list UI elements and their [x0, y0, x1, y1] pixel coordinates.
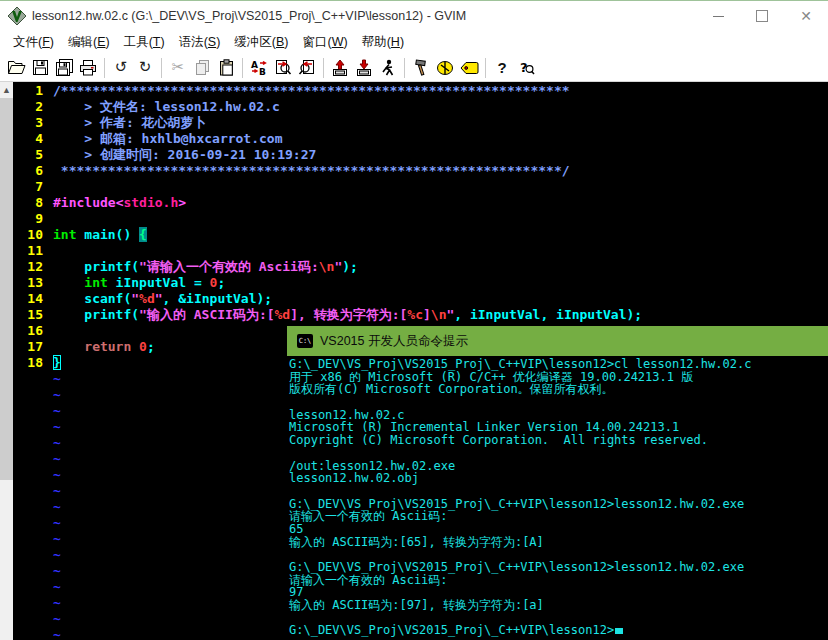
open-file-icon[interactable] [4, 57, 28, 79]
line-number: 1 [13, 83, 43, 99]
cut-icon[interactable]: ✂ [166, 57, 190, 79]
console-line: 请输入一个有效的 Ascii码: [289, 510, 828, 523]
scrollbar-thumb[interactable] [0, 98, 13, 480]
toolbar-separator [161, 58, 162, 78]
find-replace-icon[interactable]: A B [247, 57, 271, 79]
paste-icon[interactable] [214, 57, 238, 79]
gvim-window: lesson12.hw.02.c (G:\_DEV\VS_Proj\VS2015… [0, 0, 828, 640]
find-prev-icon[interactable] [295, 57, 319, 79]
find-next-icon[interactable] [271, 57, 295, 79]
line-number: 18 [13, 355, 43, 371]
menu-item[interactable]: 语法(S) [172, 32, 228, 53]
console-line: G:\_DEV\VS_Proj\VS2015_Proj\_C++VIP\less… [289, 624, 828, 637]
print-icon[interactable] [76, 57, 100, 79]
console-line: G:\_DEV\VS_Proj\VS2015_Proj\_C++VIP\less… [289, 561, 828, 574]
console-line: 请输入一个有效的 Ascii码: [289, 574, 828, 587]
save-all-icon[interactable] [52, 57, 76, 79]
toolbar-separator [104, 58, 105, 78]
tag-jump-icon[interactable] [457, 57, 481, 79]
console-window[interactable]: C:\ VS2015 开发人员命令提示 G:\_DEV\VS_Proj\VS20… [287, 326, 828, 640]
menu-item[interactable]: 窗口(W) [296, 32, 355, 53]
line-number: 2 [13, 99, 43, 115]
close-button[interactable]: ✕ [784, 1, 828, 31]
console-line: G:\_DEV\VS_Proj\VS2015_Proj\_C++VIP\less… [289, 358, 828, 371]
menu-item[interactable]: 缓冲区(B) [227, 32, 295, 53]
redo-icon[interactable]: ↻ [133, 57, 157, 79]
code-line: 6 **************************************… [13, 163, 828, 179]
line-number: 12 [13, 259, 43, 275]
window-title: lesson12.hw.02.c (G:\_DEV\VS_Proj\VS2015… [32, 9, 466, 23]
make-icon[interactable] [409, 57, 433, 79]
code-line: 1/**************************************… [13, 83, 828, 99]
menu-item[interactable]: 工具(T) [117, 32, 172, 53]
line-number: 11 [13, 243, 43, 259]
line-number: 16 [13, 323, 43, 339]
code-line: 9 [13, 211, 828, 227]
left-scrollbar[interactable]: ▲ [0, 82, 13, 640]
toolbar: ↺ ↻ ✂ A B [0, 54, 828, 82]
code-line: 11 [13, 243, 828, 259]
console-titlebar[interactable]: C:\ VS2015 开发人员命令提示 [287, 326, 828, 356]
console-title: VS2015 开发人员命令提示 [320, 333, 468, 350]
session-load-icon[interactable] [328, 57, 352, 79]
toolbar-separator [485, 58, 486, 78]
minimize-button[interactable] [696, 1, 740, 31]
vim-app-icon [8, 7, 26, 25]
code-line: 4 > 邮箱: hxhlb@hxcarrot.com [13, 131, 828, 147]
code-line: 14 scanf("%d", &iInputVal); [13, 291, 828, 307]
line-number: 9 [13, 211, 43, 227]
console-line: 版权所有(C) Microsoft Corporation。保留所有权利。 [289, 383, 828, 396]
console-line: 输入的 ASCII码为:[65], 转换为字符为:[A] [289, 536, 828, 549]
console-line [289, 485, 828, 498]
toolbar-separator [242, 58, 243, 78]
code-line: 3 > 作者: 花心胡萝卜 [13, 115, 828, 131]
cmd-prompt-icon: C:\ [297, 334, 313, 348]
line-number: 17 [13, 339, 43, 355]
console-line: 输入的 ASCII码为:[97], 转换为字符为:[a] [289, 599, 828, 612]
code-line: 7 [13, 179, 828, 195]
console-cursor [615, 628, 623, 634]
gvim-titlebar[interactable]: lesson12.hw.02.c (G:\_DEV\VS_Proj\VS2015… [0, 1, 828, 31]
code-line: 8#include<stdio.h> [13, 195, 828, 211]
line-number: 15 [13, 307, 43, 323]
menu-item[interactable]: 帮助(H) [355, 32, 411, 53]
console-line [289, 396, 828, 409]
code-line: 5 > 创建时间: 2016-09-21 10:19:27 [13, 147, 828, 163]
code-line: 12 printf("请输入一个有效的 Ascii码:\n"); [13, 259, 828, 275]
line-number: 8 [13, 195, 43, 211]
undo-icon[interactable]: ↺ [109, 57, 133, 79]
line-number: 7 [13, 179, 43, 195]
line-number: 10 [13, 227, 43, 243]
code-line: 15 printf("输入的 ASCII码为:[%d], 转换为字符为:[%c]… [13, 307, 828, 323]
help-icon[interactable]: ? [490, 57, 514, 79]
code-line: 2 > 文件名: lesson12.hw.02.c [13, 99, 828, 115]
session-save-icon[interactable] [352, 57, 376, 79]
toolbar-separator [323, 58, 324, 78]
line-number: 5 [13, 147, 43, 163]
console-output[interactable]: G:\_DEV\VS_Proj\VS2015_Proj\_C++VIP\less… [287, 356, 828, 640]
line-number: 4 [13, 131, 43, 147]
menu-item[interactable]: 文件(F) [6, 32, 61, 53]
line-number: 13 [13, 275, 43, 291]
line-number: 6 [13, 163, 43, 179]
svg-text:A: A [251, 60, 258, 70]
console-line: 65 [289, 523, 828, 536]
code-line: 13 int iInputVal = 0; [13, 275, 828, 291]
copy-icon[interactable] [190, 57, 214, 79]
console-line [289, 447, 828, 460]
find-help-icon[interactable]: ? [514, 57, 538, 79]
line-number: 14 [13, 291, 43, 307]
run-script-icon[interactable] [376, 57, 400, 79]
menubar: 文件(F)编辑(E)工具(T)语法(S)缓冲区(B)窗口(W)帮助(H) [0, 31, 828, 54]
menu-item[interactable]: 编辑(E) [61, 32, 117, 53]
console-line: lesson12.hw.02.obj [289, 472, 828, 485]
maximize-button[interactable] [740, 1, 784, 31]
toolbar-separator [404, 58, 405, 78]
svg-text:B: B [259, 67, 266, 76]
scrollbar-up-arrow[interactable]: ▲ [0, 82, 13, 98]
build-tags-icon[interactable] [433, 57, 457, 79]
save-icon[interactable] [28, 57, 52, 79]
line-number: 3 [13, 115, 43, 131]
code-line: 10int main() { [13, 227, 828, 243]
console-line: Copyright (C) Microsoft Corporation. All… [289, 434, 828, 447]
